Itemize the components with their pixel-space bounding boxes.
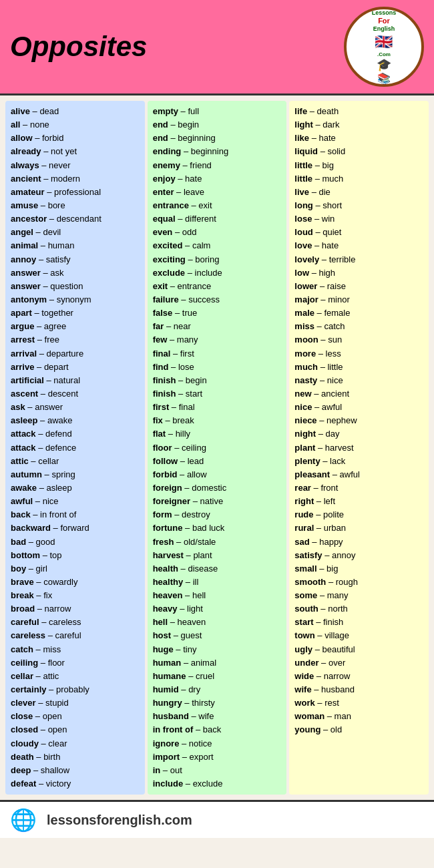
logo: Lessons For English 🇬🇧 .Com 🎓 📚 — [344, 7, 424, 87]
list-item: apart – together — [11, 306, 140, 320]
list-item: wife – husband — [294, 683, 423, 696]
list-item: arrest – free — [11, 333, 140, 347]
list-item: heavy – light — [153, 602, 282, 616]
list-item: plenty – lack — [294, 455, 423, 468]
list-item: life – death — [294, 105, 423, 118]
list-item: start – finish — [294, 616, 423, 629]
list-item: awake – asleep — [11, 481, 140, 495]
list-item: hungry – thirsty — [153, 696, 282, 710]
column-left: alive – deadall – noneallow – forbidalre… — [5, 101, 145, 795]
column-middle: empty – fullend – beginend – beginningen… — [148, 101, 287, 795]
list-item: final – first — [153, 347, 282, 361]
list-item: bottom – top — [11, 549, 140, 562]
list-item: first – final — [153, 401, 282, 414]
list-item: in – out — [153, 764, 282, 777]
list-item: amuse – bore — [11, 199, 140, 212]
list-item: angel – devil — [11, 226, 140, 239]
list-item: failure – success — [153, 293, 282, 306]
list-item: cloudy – clear — [11, 737, 140, 750]
list-item: catch – miss — [11, 643, 140, 656]
column-right: life – deathlight – darklike – hateliqui… — [289, 101, 429, 795]
list-item: even – odd — [153, 226, 282, 239]
list-item: lose – win — [294, 212, 423, 226]
list-item: husband – wife — [153, 710, 282, 723]
list-item: boy – girl — [11, 562, 140, 576]
list-item: artificial – natural — [11, 374, 140, 387]
list-item: harvest – plant — [153, 549, 282, 562]
list-item: town – village — [294, 629, 423, 642]
list-item: empty – full — [153, 105, 282, 118]
list-item: light – dark — [294, 118, 423, 132]
list-item: health – disease — [153, 562, 282, 576]
list-item: alive – dead — [11, 105, 140, 118]
list-item: few – many — [153, 333, 282, 347]
list-item: rural – urban — [294, 521, 423, 535]
list-item: attic – cellar — [11, 455, 140, 468]
list-item: ancestor – descendant — [11, 212, 140, 226]
list-item: ascent – descent — [11, 387, 140, 401]
list-item: young – old — [294, 723, 423, 736]
list-item: false – true — [153, 306, 282, 320]
list-item: new – ancient — [294, 387, 423, 401]
list-item: humid – dry — [153, 683, 282, 696]
list-item: attack – defend — [11, 427, 140, 441]
list-item: forbid – allow — [153, 468, 282, 481]
list-item: antonym – synonym — [11, 293, 140, 306]
list-item: form – destroy — [153, 508, 282, 521]
list-item: close – open — [11, 710, 140, 723]
list-item: ceiling – floor — [11, 656, 140, 670]
list-item: lower – raise — [294, 280, 423, 293]
list-item: small – big — [294, 562, 423, 576]
list-item: all – none — [11, 118, 140, 132]
list-item: break – fix — [11, 589, 140, 602]
list-item: satisfy – annoy — [294, 549, 423, 562]
list-item: heaven – hell — [153, 589, 282, 602]
list-item: nice – awful — [294, 401, 423, 414]
list-item: under – over — [294, 656, 423, 670]
list-item: include – exclude — [153, 777, 282, 791]
list-item: ugly – beautiful — [294, 643, 423, 656]
list-item: autumn – spring — [11, 468, 140, 481]
list-item: pleasant – awful — [294, 468, 423, 481]
logo-text: Lessons For English 🇬🇧 .Com 🎓 📚 — [372, 9, 397, 85]
list-item: nasty – nice — [294, 374, 423, 387]
list-item: right – left — [294, 495, 423, 508]
list-item: rear – front — [294, 481, 423, 495]
list-item: back – in front of — [11, 508, 140, 521]
list-item: allow – forbid — [11, 132, 140, 145]
footer-url: lessonsforenglish.com — [47, 813, 192, 828]
list-item: fortune – bad luck — [153, 521, 282, 535]
list-item: finish – begin — [153, 374, 282, 387]
list-item: night – day — [294, 427, 423, 441]
list-item: hell – heaven — [153, 616, 282, 629]
list-item: in front of – back — [153, 723, 282, 736]
list-item: work – rest — [294, 696, 423, 710]
list-item: like – hate — [294, 132, 423, 145]
list-item: exit – entrance — [153, 280, 282, 293]
list-item: finish – start — [153, 387, 282, 401]
list-item: closed – open — [11, 723, 140, 736]
list-item: much – little — [294, 361, 423, 374]
list-item: floor – ceiling — [153, 441, 282, 455]
list-item: healthy – ill — [153, 576, 282, 589]
page-wrapper: Opposites Lessons For English 🇬🇧 .Com 🎓 … — [0, 0, 434, 838]
list-item: already – not yet — [11, 145, 140, 158]
list-item: flat – hilly — [153, 427, 282, 441]
list-item: bad – good — [11, 535, 140, 549]
list-item: love – hate — [294, 239, 423, 252]
list-item: attack – defence — [11, 441, 140, 455]
list-item: lovely – terrible — [294, 253, 423, 266]
list-item: careful – careless — [11, 616, 140, 629]
list-item: low – high — [294, 266, 423, 280]
list-item: plant – harvest — [294, 441, 423, 455]
list-item: end – beginning — [153, 132, 282, 145]
list-item: huge – tiny — [153, 643, 282, 656]
list-item: follow – lead — [153, 455, 282, 468]
content-area: alive – deadall – noneallow – forbidalre… — [0, 95, 434, 800]
list-item: long – short — [294, 199, 423, 212]
list-item: find – lose — [153, 361, 282, 374]
list-item: entrance – exit — [153, 199, 282, 212]
list-item: answer – question — [11, 280, 140, 293]
list-item: live – die — [294, 186, 423, 199]
list-item: major – minor — [294, 293, 423, 306]
